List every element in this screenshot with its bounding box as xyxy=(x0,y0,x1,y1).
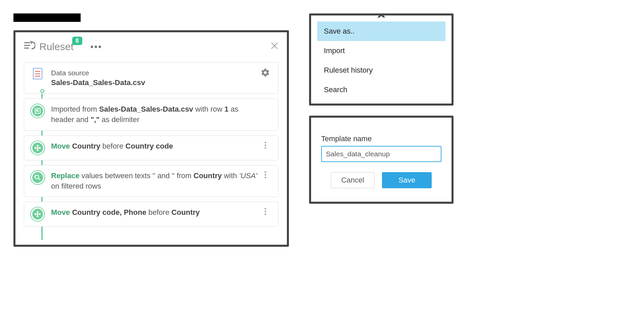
svg-point-14 xyxy=(265,171,266,173)
datasource-label: Data source xyxy=(51,68,259,78)
ruleset-header: Ruleset 8 ••• xyxy=(24,41,278,53)
popover-arrow-icon xyxy=(377,13,385,17)
move-icon xyxy=(31,207,44,221)
rule-step-import[interactable]: Imported from Sales-Data_Sales-Data.csv … xyxy=(24,99,278,131)
close-button[interactable] xyxy=(270,41,278,52)
menu-item-search[interactable]: Search xyxy=(317,80,445,100)
svg-point-16 xyxy=(265,176,266,178)
svg-point-11 xyxy=(265,147,266,149)
rule-step-text: Move Country before Country code xyxy=(51,141,259,152)
datasource-name: Sales-Data_Sales-Data.csv xyxy=(51,78,259,88)
rule-step-text: Replace values between texts '' and '' f… xyxy=(51,171,259,192)
rule-step-text: Imported from Sales-Data_Sales-Data.csv … xyxy=(51,104,259,125)
datasource-icon xyxy=(33,68,42,79)
svg-point-15 xyxy=(265,174,266,175)
import-icon xyxy=(31,104,44,118)
svg-point-10 xyxy=(265,144,266,146)
svg-point-20 xyxy=(265,211,266,212)
context-menu: Save as.. Import Ruleset history Search xyxy=(309,13,454,106)
save-button[interactable]: Save xyxy=(382,172,432,188)
redaction-bar xyxy=(13,13,81,22)
svg-point-9 xyxy=(265,142,266,143)
more-menu-button[interactable]: ••• xyxy=(90,41,102,52)
menu-item-import[interactable]: Import xyxy=(317,41,445,61)
rule-step-move[interactable]: Move Country before Country code xyxy=(24,135,278,160)
ruleset-icon xyxy=(24,41,35,53)
svg-point-21 xyxy=(265,213,266,215)
template-name-label: Template name xyxy=(321,134,441,143)
datasource-row[interactable]: Data source Sales-Data_Sales-Data.csv xyxy=(24,62,278,94)
rule-actions-button[interactable] xyxy=(264,207,266,218)
save-template-dialog: Template name Cancel Save xyxy=(309,116,454,204)
svg-point-19 xyxy=(265,208,266,210)
rule-list: Data source Sales-Data_Sales-Data.csv xyxy=(24,62,278,227)
rule-step-replace[interactable]: Replace values between texts '' and '' f… xyxy=(24,165,278,197)
move-icon xyxy=(31,141,44,155)
cancel-button[interactable]: Cancel xyxy=(331,172,375,188)
template-name-input[interactable] xyxy=(321,146,441,162)
rule-step-text: Move Country code, Phone before Country xyxy=(51,207,259,218)
rule-actions-button[interactable] xyxy=(264,171,266,181)
rule-actions-button[interactable] xyxy=(264,141,266,151)
menu-item-ruleset-history[interactable]: Ruleset history xyxy=(317,61,445,80)
rule-step-move[interactable]: Move Country code, Phone before Country xyxy=(24,202,278,227)
menu-item-save-as[interactable]: Save as.. xyxy=(317,22,445,41)
replace-icon xyxy=(31,171,44,184)
ruleset-title: Ruleset xyxy=(39,41,74,52)
svg-line-13 xyxy=(38,178,40,180)
svg-point-12 xyxy=(35,175,39,179)
ruleset-count-badge: 8 xyxy=(72,37,82,45)
gear-icon[interactable] xyxy=(261,68,270,79)
timeline-dot xyxy=(40,89,44,93)
ruleset-panel: Ruleset 8 ••• Data source Sales-D xyxy=(13,30,289,247)
